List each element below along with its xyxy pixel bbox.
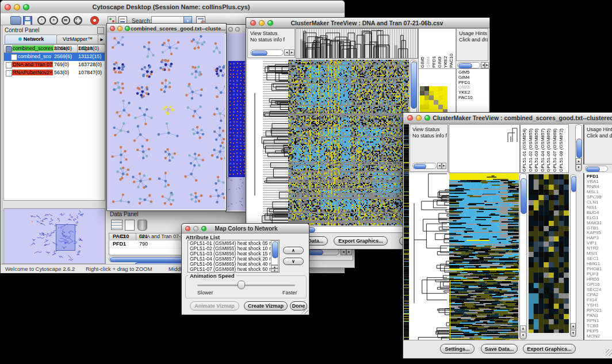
network-table-row[interactable]: combined_sco2569(6)13112(15) <box>4 53 105 61</box>
tv1-usage-scrollbar[interactable] <box>457 62 480 68</box>
tv1-column-label[interactable]: PAC10 <box>449 30 454 68</box>
tv2-global-view-strip[interactable] <box>404 124 409 340</box>
minimize-icon[interactable] <box>416 115 422 121</box>
scroll-left-icon[interactable]: ◄ <box>437 163 442 169</box>
tv2-gene-list[interactable]: PFD1YRA1RNR4MSL1SPC98CLN1NIS1BUD4ELG1MAK… <box>583 173 612 340</box>
close-icon[interactable] <box>5 4 11 10</box>
delete-attribute-icon[interactable] <box>137 220 147 231</box>
attribute-list-scroll-thumb[interactable] <box>272 242 278 258</box>
zoom-selected-icon[interactable] <box>74 16 82 25</box>
open-icon[interactable] <box>10 16 21 25</box>
tv2-column-label[interactable]: GPL51-03 (GSM856) <box>534 125 540 172</box>
scroll-up-icon[interactable]: ▲ <box>571 323 576 329</box>
zoom-window-icon[interactable] <box>201 226 206 231</box>
minimize-icon[interactable] <box>259 20 265 26</box>
attribute-list[interactable]: GPL51-01 (GSM854) heat shock 05 minGPL51… <box>188 240 280 273</box>
tv1-heatmap[interactable] <box>288 60 409 225</box>
background-network-canvas[interactable] <box>226 33 247 210</box>
tv2-column-label[interactable]: GPL51-04 (GSM857) <box>540 125 546 172</box>
move-up-button[interactable]: ∧ <box>283 247 304 254</box>
scroll-up-icon[interactable]: ▲ <box>576 158 582 164</box>
tv1-column-label[interactable]: GIM5 <box>420 30 426 68</box>
scroll-right-icon[interactable]: ► <box>289 49 294 56</box>
zoom-window-icon[interactable] <box>125 26 130 31</box>
create-vizmap-button[interactable]: Create Vizmap <box>244 301 288 311</box>
network-table-row[interactable]: combined_scores2764(0)16218(0) <box>4 45 105 53</box>
dialog-title-bar[interactable]: Map Colors to Network <box>182 224 309 233</box>
float-panel-icon[interactable] <box>97 27 104 34</box>
tab-vizmapper[interactable]: VizMapper™ <box>56 35 99 44</box>
network-view-title-bar[interactable]: combined_scores_good.txt--cluste... <box>107 24 226 33</box>
tv2-gene-label[interactable]: MON2 <box>584 334 612 339</box>
treeview1-title-bar[interactable]: ClusterMaker TreeView : DNA and Tran 07-… <box>246 18 489 28</box>
tv2-status-scrollbar[interactable] <box>412 163 437 169</box>
save-data-button[interactable]: Save Data... <box>481 344 518 354</box>
help-lifesaver-icon[interactable] <box>90 16 99 25</box>
network-canvas[interactable] <box>107 33 225 209</box>
table-icon[interactable] <box>111 220 123 230</box>
tv1-column-label[interactable]: GIM4 <box>426 30 431 68</box>
scroll-down-icon[interactable]: ▼ <box>576 164 582 171</box>
tv1-gene-label[interactable]: PAC10 <box>457 95 489 101</box>
tv1-yellow-matrix[interactable] <box>420 86 447 114</box>
save-icon[interactable] <box>23 16 32 25</box>
zoom-window-icon[interactable] <box>267 20 273 26</box>
close-icon[interactable] <box>110 26 115 31</box>
zoom-window-icon[interactable] <box>23 4 29 10</box>
scroll-down-icon[interactable]: ▼ <box>520 332 526 339</box>
overview-viewport-rect[interactable] <box>56 224 75 251</box>
close-icon[interactable] <box>185 226 190 231</box>
zoom-window-icon[interactable] <box>424 115 430 121</box>
tv2-usage-scrollbar[interactable] <box>585 166 608 172</box>
scroll-right-icon[interactable]: ► <box>485 62 489 68</box>
network-overview-panel[interactable] <box>3 208 105 264</box>
zoom-out-icon[interactable]: - <box>37 16 46 25</box>
new-attribute-icon[interactable] <box>125 220 135 231</box>
zoom-in-icon[interactable]: + <box>49 16 58 25</box>
tv2-column-label[interactable]: GPL51-06 (GSM865) <box>546 125 552 172</box>
network-table-row[interactable]: DNA and Tran 07769(0)183728(0) <box>4 61 105 69</box>
tv2-column-label[interactable]: GPL51-01 (GSM854) <box>522 125 527 172</box>
resize-grip[interactable] <box>606 349 612 356</box>
settings-button[interactable]: Settings... <box>440 344 475 354</box>
inactive-minimize-icon[interactable] <box>235 27 240 32</box>
tv2-row-dendrogram[interactable] <box>410 173 449 340</box>
move-down-button[interactable]: ∨ <box>283 258 304 265</box>
tv2-zoom-vscrollbar[interactable]: ▲ ▼ <box>570 174 576 337</box>
attribute-list-item[interactable]: GPL51-07 (GSM868) heat shock 60 min <box>188 267 279 272</box>
scroll-left-icon[interactable]: ◄ <box>284 49 289 56</box>
tv2-column-label[interactable]: GPL51-07 (GSM868) <box>552 125 558 172</box>
tv2-column-dendrogram-area[interactable] <box>449 124 520 173</box>
tv2-column-label[interactable]: GPL51-08 (GSM872) <box>559 125 564 172</box>
minimize-icon[interactable] <box>14 4 20 10</box>
scroll-left-icon[interactable]: ◄ <box>481 62 485 68</box>
speed-slider-thumb[interactable] <box>238 281 245 289</box>
tv1-column-label[interactable]: PFD1 <box>431 30 437 68</box>
close-icon[interactable] <box>407 115 413 121</box>
scroll-down-icon[interactable]: ▼ <box>571 330 576 336</box>
inactive-close-icon[interactable] <box>228 27 233 32</box>
tv1-status-scrollbar[interactable] <box>250 49 284 56</box>
treeview2-title-bar[interactable]: ClusterMaker TreeView : combined_scores_… <box>403 113 612 124</box>
tv2-top-scrollbar[interactable]: ▲ ▼ <box>575 124 582 172</box>
tv1-row-dendrogram[interactable] <box>247 60 288 225</box>
tv1-column-dendrogram[interactable] <box>296 28 418 59</box>
speed-slider-track[interactable] <box>197 285 295 286</box>
export-graphics-button[interactable]: Export Graphics... <box>523 344 576 354</box>
tab-network[interactable]: Network <box>5 35 58 44</box>
scroll-up-icon[interactable]: ▲ <box>520 325 526 332</box>
scroll-right-icon[interactable]: ► <box>442 163 446 169</box>
scroll-down-icon[interactable]: ▼ <box>271 269 278 272</box>
tv2-column-label[interactable]: GPL51-02 (GSM855) <box>528 125 534 172</box>
minimize-icon[interactable] <box>117 26 123 31</box>
zoom-fit-icon[interactable] <box>62 16 70 25</box>
tv2-zoom-view[interactable] <box>529 174 569 333</box>
main-title-bar[interactable]: Cytoscape Desktop (Session Name: collins… <box>1 1 345 14</box>
close-icon[interactable] <box>250 20 256 26</box>
tab-overflow-arrow[interactable]: ▶ <box>98 35 106 44</box>
tv2-heatmap-vscrollbar[interactable]: ▲ ▼ <box>519 173 527 340</box>
tv1-column-label[interactable]: GIM3 <box>437 30 443 68</box>
network-table-row[interactable]: RNAPuberNov2+563(0)107847(0) <box>4 69 105 77</box>
export-graphics-button[interactable]: Export Graphics... <box>334 236 388 246</box>
resize-grip[interactable] <box>301 307 308 314</box>
